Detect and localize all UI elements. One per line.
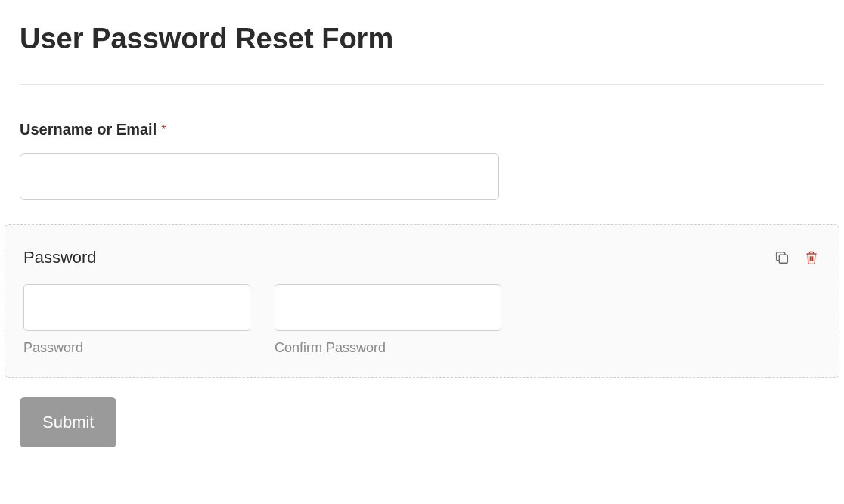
svg-rect-0 (779, 255, 787, 263)
username-input[interactable] (20, 153, 499, 200)
block-actions (772, 248, 821, 267)
password-block-header: Password (23, 248, 821, 267)
confirm-password-input[interactable] (275, 284, 501, 331)
password-field-block[interactable]: Password Passw (5, 224, 839, 378)
duplicate-button[interactable] (772, 248, 792, 267)
username-label: Username or Email * (20, 121, 824, 138)
required-asterisk: * (161, 123, 166, 137)
username-field-block: Username or Email * (20, 121, 824, 200)
password-input[interactable] (23, 284, 250, 331)
username-label-text: Username or Email (20, 121, 157, 138)
divider (20, 84, 824, 85)
page-title: User Password Reset Form (20, 23, 824, 55)
password-block-title: Password (23, 248, 97, 267)
trash-icon (804, 249, 819, 266)
password-row: Password Confirm Password (23, 284, 821, 356)
submit-button[interactable]: Submit (20, 397, 116, 447)
confirm-password-sublabel: Confirm Password (275, 340, 501, 356)
password-column: Password (23, 284, 250, 356)
duplicate-icon (774, 249, 790, 266)
confirm-password-column: Confirm Password (275, 284, 501, 356)
password-sublabel: Password (23, 340, 250, 356)
delete-button[interactable] (802, 248, 821, 267)
